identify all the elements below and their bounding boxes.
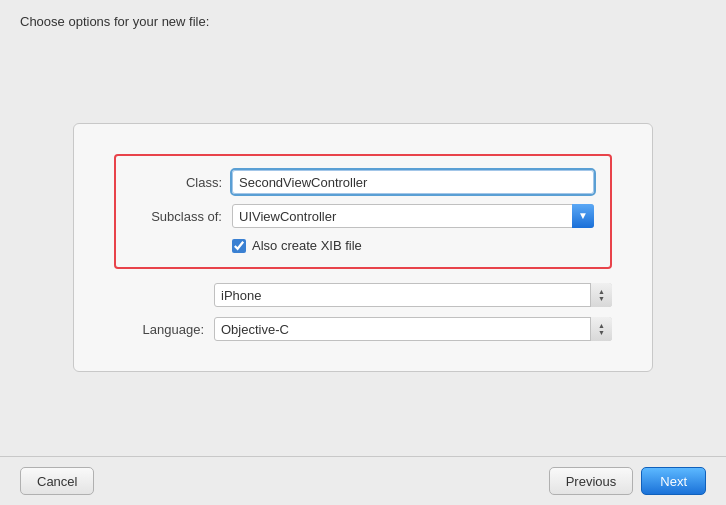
main-content: Class: Subclass of: UIViewController ▼ bbox=[0, 39, 726, 456]
device-select[interactable]: iPhone bbox=[214, 283, 612, 307]
xib-checkbox-label: Also create XIB file bbox=[252, 238, 362, 253]
xib-checkbox[interactable] bbox=[232, 239, 246, 253]
dialog-box: Class: Subclass of: UIViewController ▼ bbox=[73, 123, 653, 372]
subclass-select[interactable]: UIViewController bbox=[232, 204, 594, 228]
nav-buttons: Previous Next bbox=[549, 467, 706, 495]
language-dropdown-wrap[interactable]: Objective-C ▲ ▼ bbox=[214, 317, 612, 341]
subclass-select-wrap: UIViewController ▼ bbox=[232, 204, 594, 228]
language-select-wrap: Objective-C ▲ ▼ bbox=[214, 317, 612, 341]
next-button[interactable]: Next bbox=[641, 467, 706, 495]
highlight-section: Class: Subclass of: UIViewController ▼ bbox=[114, 154, 612, 269]
subclass-row: Subclass of: UIViewController ▼ bbox=[132, 204, 594, 228]
header-text: Choose options for your new file: bbox=[20, 14, 209, 29]
class-input-wrap bbox=[232, 170, 594, 194]
footer: Cancel Previous Next bbox=[0, 456, 726, 505]
class-input[interactable] bbox=[232, 170, 594, 194]
dialog-header: Choose options for your new file: bbox=[0, 0, 726, 39]
subclass-label: Subclass of: bbox=[132, 209, 232, 224]
class-row: Class: bbox=[132, 170, 594, 194]
device-row: iPhone ▲ ▼ bbox=[114, 283, 612, 307]
class-label: Class: bbox=[132, 175, 232, 190]
cancel-button[interactable]: Cancel bbox=[20, 467, 94, 495]
device-select-wrap: iPhone ▲ ▼ bbox=[214, 283, 612, 307]
xib-checkbox-row: Also create XIB file bbox=[132, 238, 594, 253]
language-label: Language: bbox=[114, 322, 214, 337]
subclass-dropdown-wrap[interactable]: UIViewController ▼ bbox=[232, 204, 594, 228]
previous-button[interactable]: Previous bbox=[549, 467, 634, 495]
language-row: Language: Objective-C ▲ ▼ bbox=[114, 317, 612, 341]
language-select[interactable]: Objective-C bbox=[214, 317, 612, 341]
device-dropdown-wrap[interactable]: iPhone ▲ ▼ bbox=[214, 283, 612, 307]
